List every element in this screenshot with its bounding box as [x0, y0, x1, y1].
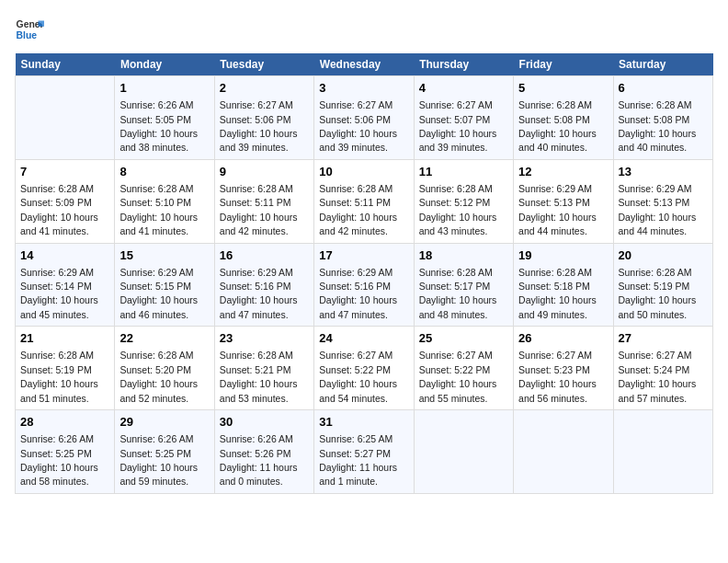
- day-number: 14: [20, 247, 109, 264]
- calendar-cell: 11Sunrise: 6:28 AM Sunset: 5:12 PM Dayli…: [414, 159, 513, 243]
- calendar-cell: 15Sunrise: 6:29 AM Sunset: 5:15 PM Dayli…: [115, 243, 214, 327]
- day-number: 23: [220, 330, 309, 347]
- day-info: Sunrise: 6:28 AM Sunset: 5:20 PM Dayligh…: [119, 350, 198, 403]
- day-info: Sunrise: 6:28 AM Sunset: 5:12 PM Dayligh…: [419, 183, 497, 236]
- day-info: Sunrise: 6:28 AM Sunset: 5:19 PM Dayligh…: [20, 350, 98, 403]
- calendar-cell: 13Sunrise: 6:29 AM Sunset: 5:13 PM Dayli…: [613, 159, 712, 243]
- day-header-sunday: Sunday: [16, 53, 115, 76]
- day-info: Sunrise: 6:28 AM Sunset: 5:09 PM Dayligh…: [20, 183, 98, 236]
- day-number: 25: [419, 330, 508, 347]
- calendar-cell: 9Sunrise: 6:28 AM Sunset: 5:11 PM Daylig…: [214, 159, 313, 243]
- day-info: Sunrise: 6:27 AM Sunset: 5:22 PM Dayligh…: [319, 350, 397, 403]
- day-info: Sunrise: 6:28 AM Sunset: 5:08 PM Dayligh…: [619, 99, 697, 153]
- day-number: 9: [220, 164, 309, 180]
- day-number: 5: [518, 80, 608, 97]
- calendar-cell: 29Sunrise: 6:26 AM Sunset: 5:25 PM Dayli…: [115, 410, 214, 494]
- day-number: 7: [20, 164, 109, 180]
- day-info: Sunrise: 6:25 AM Sunset: 5:27 PM Dayligh…: [319, 433, 397, 487]
- calendar-cell: 14Sunrise: 6:29 AM Sunset: 5:14 PM Dayli…: [16, 243, 115, 327]
- calendar-cell: 20Sunrise: 6:28 AM Sunset: 5:19 PM Dayli…: [613, 243, 712, 327]
- day-info: Sunrise: 6:28 AM Sunset: 5:17 PM Dayligh…: [419, 267, 497, 320]
- calendar-cell: 7Sunrise: 6:28 AM Sunset: 5:09 PM Daylig…: [16, 159, 115, 243]
- calendar-cell: 25Sunrise: 6:27 AM Sunset: 5:22 PM Dayli…: [414, 327, 513, 410]
- day-number: 20: [619, 247, 708, 264]
- day-info: Sunrise: 6:28 AM Sunset: 5:10 PM Dayligh…: [119, 183, 198, 236]
- day-info: Sunrise: 6:26 AM Sunset: 5:25 PM Dayligh…: [119, 433, 198, 487]
- day-number: 16: [220, 247, 309, 264]
- day-number: 21: [20, 330, 109, 347]
- day-number: 22: [119, 330, 209, 347]
- calendar-cell: 24Sunrise: 6:27 AM Sunset: 5:22 PM Dayli…: [314, 327, 414, 410]
- day-number: 28: [20, 414, 109, 431]
- day-number: 18: [419, 247, 508, 264]
- calendar-cell: 28Sunrise: 6:26 AM Sunset: 5:25 PM Dayli…: [16, 410, 115, 494]
- day-number: 4: [419, 80, 508, 97]
- calendar-cell: 22Sunrise: 6:28 AM Sunset: 5:20 PM Dayli…: [115, 327, 214, 410]
- day-number: 26: [518, 330, 608, 347]
- svg-text:Blue: Blue: [17, 30, 38, 40]
- calendar-cell: 8Sunrise: 6:28 AM Sunset: 5:10 PM Daylig…: [115, 159, 214, 243]
- calendar-cell: 2Sunrise: 6:27 AM Sunset: 5:06 PM Daylig…: [214, 76, 313, 160]
- day-info: Sunrise: 6:27 AM Sunset: 5:24 PM Dayligh…: [619, 350, 697, 403]
- day-number: 10: [319, 164, 408, 180]
- calendar-cell: 3Sunrise: 6:27 AM Sunset: 5:06 PM Daylig…: [314, 76, 414, 160]
- header: General Blue: [15, 15, 713, 44]
- week-row-1: 7Sunrise: 6:28 AM Sunset: 5:09 PM Daylig…: [16, 159, 713, 243]
- calendar-cell: 26Sunrise: 6:27 AM Sunset: 5:23 PM Dayli…: [514, 327, 613, 410]
- day-number: 27: [619, 330, 708, 347]
- day-number: 6: [619, 80, 708, 97]
- day-number: 17: [319, 247, 408, 264]
- calendar-cell: 31Sunrise: 6:25 AM Sunset: 5:27 PM Dayli…: [314, 410, 414, 494]
- calendar-cell: 23Sunrise: 6:28 AM Sunset: 5:21 PM Dayli…: [214, 327, 313, 410]
- week-row-0: 1Sunrise: 6:26 AM Sunset: 5:05 PM Daylig…: [16, 76, 713, 160]
- calendar-cell: 30Sunrise: 6:26 AM Sunset: 5:26 PM Dayli…: [214, 410, 313, 494]
- day-info: Sunrise: 6:27 AM Sunset: 5:23 PM Dayligh…: [518, 350, 597, 403]
- calendar-cell: 4Sunrise: 6:27 AM Sunset: 5:07 PM Daylig…: [414, 76, 513, 160]
- day-info: Sunrise: 6:27 AM Sunset: 5:07 PM Dayligh…: [419, 99, 497, 153]
- calendar-cell: [514, 410, 613, 494]
- day-info: Sunrise: 6:28 AM Sunset: 5:18 PM Dayligh…: [518, 267, 597, 320]
- day-header-monday: Monday: [115, 53, 214, 76]
- day-info: Sunrise: 6:28 AM Sunset: 5:11 PM Dayligh…: [220, 183, 298, 236]
- calendar-cell: 21Sunrise: 6:28 AM Sunset: 5:19 PM Dayli…: [16, 327, 115, 410]
- calendar-cell: [613, 410, 712, 494]
- day-number: 2: [220, 80, 309, 97]
- calendar-cell: 5Sunrise: 6:28 AM Sunset: 5:08 PM Daylig…: [514, 76, 613, 160]
- calendar-cell: 12Sunrise: 6:29 AM Sunset: 5:13 PM Dayli…: [514, 159, 613, 243]
- day-header-tuesday: Tuesday: [214, 53, 313, 76]
- calendar-cell: 16Sunrise: 6:29 AM Sunset: 5:16 PM Dayli…: [214, 243, 313, 327]
- day-header-row: SundayMondayTuesdayWednesdayThursdayFrid…: [16, 53, 713, 76]
- day-header-thursday: Thursday: [414, 53, 513, 76]
- day-number: 11: [419, 164, 508, 180]
- logo: General Blue: [15, 15, 44, 44]
- day-info: Sunrise: 6:27 AM Sunset: 5:22 PM Dayligh…: [419, 350, 497, 403]
- week-row-4: 28Sunrise: 6:26 AM Sunset: 5:25 PM Dayli…: [16, 410, 713, 494]
- day-number: 15: [119, 247, 209, 264]
- day-number: 19: [518, 247, 608, 264]
- logo-icon: General Blue: [15, 15, 44, 44]
- day-number: 24: [319, 330, 408, 347]
- day-header-wednesday: Wednesday: [314, 53, 414, 76]
- day-info: Sunrise: 6:26 AM Sunset: 5:05 PM Dayligh…: [119, 99, 198, 153]
- day-info: Sunrise: 6:29 AM Sunset: 5:16 PM Dayligh…: [220, 267, 298, 320]
- day-number: 30: [220, 414, 309, 431]
- calendar-cell: 17Sunrise: 6:29 AM Sunset: 5:16 PM Dayli…: [314, 243, 414, 327]
- week-row-3: 21Sunrise: 6:28 AM Sunset: 5:19 PM Dayli…: [16, 327, 713, 410]
- calendar-cell: 19Sunrise: 6:28 AM Sunset: 5:18 PM Dayli…: [514, 243, 613, 327]
- calendar-cell: [16, 76, 115, 160]
- day-info: Sunrise: 6:28 AM Sunset: 5:08 PM Dayligh…: [518, 99, 597, 153]
- day-number: 12: [518, 164, 608, 180]
- day-info: Sunrise: 6:27 AM Sunset: 5:06 PM Dayligh…: [319, 99, 397, 153]
- day-info: Sunrise: 6:29 AM Sunset: 5:14 PM Dayligh…: [20, 267, 98, 320]
- day-info: Sunrise: 6:28 AM Sunset: 5:21 PM Dayligh…: [220, 350, 298, 403]
- calendar-cell: 18Sunrise: 6:28 AM Sunset: 5:17 PM Dayli…: [414, 243, 513, 327]
- day-info: Sunrise: 6:27 AM Sunset: 5:06 PM Dayligh…: [220, 99, 298, 153]
- day-info: Sunrise: 6:26 AM Sunset: 5:25 PM Dayligh…: [20, 433, 98, 487]
- day-number: 31: [319, 414, 408, 431]
- day-info: Sunrise: 6:28 AM Sunset: 5:11 PM Dayligh…: [319, 183, 397, 236]
- day-number: 13: [619, 164, 708, 180]
- calendar-cell: 10Sunrise: 6:28 AM Sunset: 5:11 PM Dayli…: [314, 159, 414, 243]
- day-number: 29: [119, 414, 209, 431]
- day-info: Sunrise: 6:29 AM Sunset: 5:16 PM Dayligh…: [319, 267, 397, 320]
- day-info: Sunrise: 6:26 AM Sunset: 5:26 PM Dayligh…: [220, 433, 298, 487]
